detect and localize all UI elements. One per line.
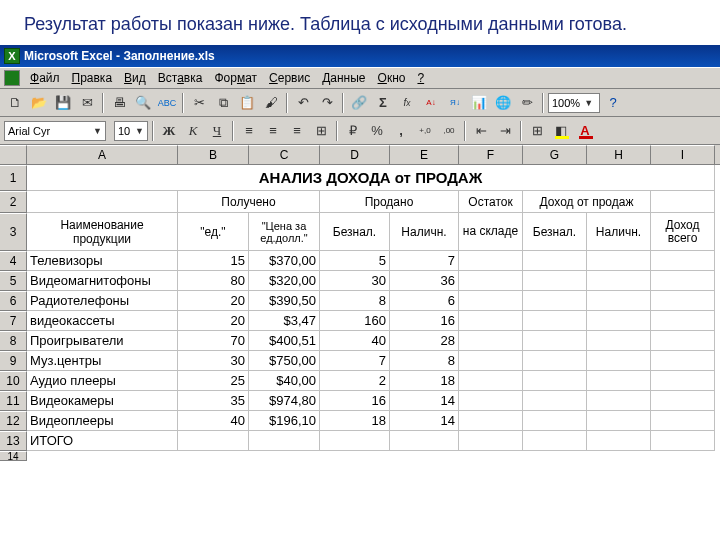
header-stock[interactable]: Остаток (459, 191, 523, 213)
document-icon[interactable] (4, 70, 20, 86)
cell[interactable]: 40 (178, 411, 249, 431)
cell[interactable] (27, 191, 178, 213)
cell[interactable] (587, 271, 651, 291)
menu-insert[interactable]: Вставка (152, 69, 209, 87)
cell[interactable]: 20 (178, 311, 249, 331)
cell[interactable]: 6 (390, 291, 459, 311)
map-icon[interactable]: 🌐 (492, 92, 514, 114)
cell[interactable] (651, 331, 715, 351)
cell[interactable]: $196,10 (249, 411, 320, 431)
paste-icon[interactable]: 📋 (236, 92, 258, 114)
cell[interactable]: Видеокамеры (27, 391, 178, 411)
cell[interactable]: 40 (320, 331, 390, 351)
cell[interactable] (459, 271, 523, 291)
title-cell[interactable]: АНАЛИЗ ДОХОДА от ПРОДАЖ (27, 165, 715, 191)
select-all-corner[interactable] (0, 145, 27, 164)
row-header[interactable]: 12 (0, 411, 27, 431)
col-header-f[interactable]: F (459, 145, 523, 164)
cell[interactable] (651, 411, 715, 431)
cell[interactable] (523, 431, 587, 451)
cell[interactable]: 160 (320, 311, 390, 331)
cell[interactable]: 16 (320, 391, 390, 411)
increase-indent-icon[interactable]: ⇥ (494, 120, 516, 142)
cell[interactable] (320, 431, 390, 451)
header-units[interactable]: "ед." (178, 213, 249, 251)
cell[interactable] (587, 251, 651, 271)
format-painter-icon[interactable]: 🖌 (260, 92, 282, 114)
cell[interactable] (459, 251, 523, 271)
cell[interactable] (459, 291, 523, 311)
cell[interactable]: 18 (320, 411, 390, 431)
font-color-icon[interactable]: A (574, 120, 596, 142)
cell[interactable]: Аудио плееры (27, 371, 178, 391)
header-cash[interactable]: Наличн. (390, 213, 459, 251)
save-icon[interactable]: 💾 (52, 92, 74, 114)
menu-tools[interactable]: Сервис (263, 69, 316, 87)
cell[interactable]: Проигрыватели (27, 331, 178, 351)
cell[interactable] (651, 311, 715, 331)
cell[interactable] (523, 391, 587, 411)
autosum-icon[interactable]: Σ (372, 92, 394, 114)
cell[interactable] (587, 351, 651, 371)
header-inc-cash[interactable]: Наличн. (587, 213, 651, 251)
cell[interactable]: $370,00 (249, 251, 320, 271)
row-header[interactable]: 5 (0, 271, 27, 291)
cell[interactable] (651, 391, 715, 411)
row-header[interactable]: 3 (0, 213, 27, 251)
cell[interactable] (523, 371, 587, 391)
col-header-c[interactable]: C (249, 145, 320, 164)
cell[interactable] (178, 431, 249, 451)
cell[interactable] (587, 331, 651, 351)
cell[interactable]: 18 (390, 371, 459, 391)
column-headers[interactable]: A B C D E F G H I (0, 145, 720, 165)
cell[interactable]: $320,00 (249, 271, 320, 291)
cell[interactable] (459, 391, 523, 411)
cell[interactable] (249, 431, 320, 451)
cell[interactable] (523, 311, 587, 331)
cell[interactable]: Муз.центры (27, 351, 178, 371)
row-header[interactable]: 13 (0, 431, 27, 451)
menu-bar[interactable]: Файл Правка Вид Вставка Формат Сервис Да… (0, 67, 720, 89)
drawing-icon[interactable]: ✏ (516, 92, 538, 114)
cell[interactable]: 25 (178, 371, 249, 391)
cell[interactable]: $3,47 (249, 311, 320, 331)
cell[interactable]: Телевизоры (27, 251, 178, 271)
row-header[interactable]: 8 (0, 331, 27, 351)
decrease-indent-icon[interactable]: ⇤ (470, 120, 492, 142)
row-header[interactable]: 11 (0, 391, 27, 411)
menu-edit[interactable]: Правка (66, 69, 119, 87)
cell[interactable]: 30 (320, 271, 390, 291)
cell[interactable]: 14 (390, 391, 459, 411)
align-center-icon[interactable]: ≡ (262, 120, 284, 142)
comma-icon[interactable]: , (390, 120, 412, 142)
mail-icon[interactable]: ✉ (76, 92, 98, 114)
sort-desc-icon[interactable]: Я↓ (444, 92, 466, 114)
cell[interactable] (459, 411, 523, 431)
cell[interactable]: 5 (320, 251, 390, 271)
cell[interactable] (459, 351, 523, 371)
cell[interactable]: $40,00 (249, 371, 320, 391)
row-header[interactable]: 4 (0, 251, 27, 271)
increase-decimal-icon[interactable]: +,0 (414, 120, 436, 142)
cell[interactable] (523, 251, 587, 271)
sort-asc-icon[interactable]: А↓ (420, 92, 442, 114)
align-left-icon[interactable]: ≡ (238, 120, 260, 142)
cell[interactable]: 80 (178, 271, 249, 291)
cell[interactable]: 70 (178, 331, 249, 351)
redo-icon[interactable]: ↷ (316, 92, 338, 114)
cell[interactable] (459, 431, 523, 451)
hyperlink-icon[interactable]: 🔗 (348, 92, 370, 114)
cell[interactable] (587, 371, 651, 391)
cell[interactable] (651, 351, 715, 371)
cell[interactable]: Видеомагнитофоны (27, 271, 178, 291)
percent-icon[interactable]: % (366, 120, 388, 142)
undo-icon[interactable]: ↶ (292, 92, 314, 114)
cell[interactable] (587, 431, 651, 451)
currency-icon[interactable]: ₽ (342, 120, 364, 142)
col-header-d[interactable]: D (320, 145, 390, 164)
cell[interactable] (390, 431, 459, 451)
menu-help[interactable]: ? (411, 69, 430, 87)
cell[interactable] (587, 411, 651, 431)
header-cashless[interactable]: Безнал. (320, 213, 390, 251)
cell[interactable]: 20 (178, 291, 249, 311)
